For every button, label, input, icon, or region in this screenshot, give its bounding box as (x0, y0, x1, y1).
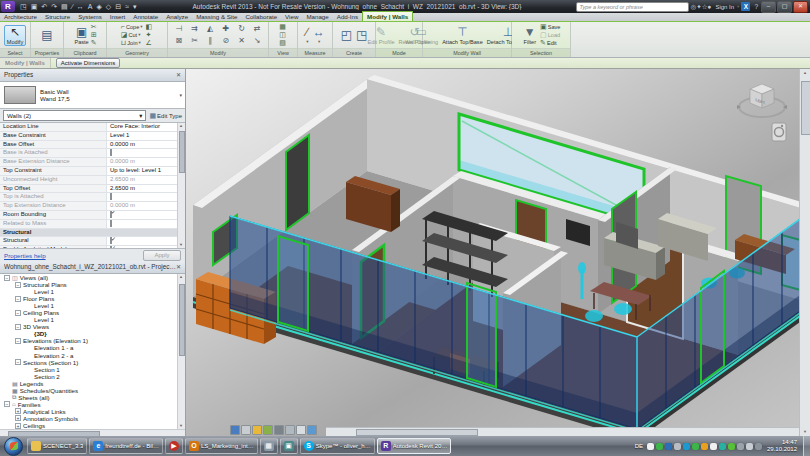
collapse-icon[interactable]: − (15, 359, 21, 365)
split-icon[interactable]: ✂ (187, 35, 203, 47)
mirror-icon[interactable]: ◭ (202, 23, 218, 35)
close-button[interactable]: ✕ (793, 1, 808, 13)
tree-item-ceilings[interactable]: +Ceilings (0, 422, 185, 429)
tree-item-legends[interactable]: ▤Legends (0, 380, 185, 387)
tab-add-ins[interactable]: Add-Ins (333, 12, 362, 21)
revit-app-menu-icon[interactable]: R (1, 1, 15, 12)
activate-dimensions-button[interactable]: Activate Dimensions (56, 58, 120, 68)
tray-icon[interactable] (737, 443, 744, 450)
group-label-modify[interactable]: Modify (168, 48, 268, 57)
show-crop-region-icon[interactable] (296, 425, 306, 435)
rotate-icon[interactable]: ↻ (234, 23, 250, 35)
property-row[interactable]: Base Offset0.0000 m (0, 141, 185, 150)
property-row[interactable]: Unconnected Height2.6500 m (0, 176, 185, 185)
copy-icon[interactable]: ⇄ (249, 23, 265, 35)
tree-item-level-1[interactable]: Level 1 (0, 288, 185, 295)
tab-analyze[interactable]: Analyze (162, 12, 192, 21)
open-icon[interactable]: ◳ (18, 1, 29, 12)
tray-icon[interactable] (701, 443, 708, 450)
group-label-mode[interactable]: Mode (376, 48, 422, 57)
property-row[interactable]: Base ConstraintLevel 1 (0, 132, 185, 141)
start-button[interactable] (4, 437, 23, 456)
tray-icon[interactable] (710, 443, 717, 450)
sun-path-icon[interactable] (263, 425, 273, 435)
tab-massing-site[interactable]: Massing & Site (192, 12, 241, 21)
property-checkbox[interactable] (110, 220, 112, 227)
property-row[interactable]: Related to Mass (0, 220, 185, 229)
taskbar-button-folder[interactable]: SCENECT_3.3 (27, 438, 87, 454)
viewport-v-scrollbar[interactable]: ▲▼ (799, 69, 810, 436)
selection-save-button[interactable]: ▣Save (540, 23, 560, 31)
tree-item-schedules-quantities[interactable]: ▦Schedules/Quantities (0, 387, 185, 394)
tray-icon[interactable] (656, 443, 663, 450)
offset-icon[interactable]: ⇉ (187, 23, 203, 35)
property-checkbox[interactable] (110, 211, 112, 218)
tab-architecture[interactable]: Architecture (0, 12, 41, 21)
tab-systems[interactable]: Systems (74, 12, 106, 21)
aligned-dimension-icon[interactable]: ↔ (75, 1, 86, 12)
property-value[interactable]: 0.0000 m (107, 202, 185, 210)
group-label-selection[interactable]: Selection (512, 48, 570, 57)
taskbar-button-media-player[interactable]: ▶ (165, 438, 183, 454)
paint-icon[interactable]: ◧ (146, 23, 153, 31)
tab-insert[interactable]: Insert (106, 12, 129, 21)
trim-icon[interactable]: ∥ (202, 35, 218, 47)
property-row[interactable]: Base Extension Distance0.0000 m (0, 158, 185, 167)
taskbar-button-outlook[interactable]: OLS_Marketing_int… (185, 438, 258, 454)
collapse-icon[interactable]: − (4, 401, 10, 407)
project-browser-close-icon[interactable]: ✕ (176, 261, 181, 273)
hide-isolate-icon[interactable]: ◫ (279, 31, 286, 39)
shadows-icon[interactable] (274, 425, 284, 435)
tree-item-section-1[interactable]: Section 1 (0, 366, 185, 373)
tree-item-elevations-elevation-1-[interactable]: −Elevations (Elevation 1) (0, 337, 185, 344)
align-icon[interactable]: ⊣ (171, 23, 187, 35)
tray-icon[interactable] (692, 443, 699, 450)
property-row[interactable]: Top ConstraintUp to level: Level 1 (0, 167, 185, 176)
tab-manage[interactable]: Manage (302, 12, 332, 21)
property-value[interactable] (107, 211, 185, 219)
pin-icon[interactable]: ⊘ (218, 35, 234, 47)
property-value[interactable]: Core Face: Interior (107, 123, 185, 131)
tree-item-level-1[interactable]: Level 1 (0, 316, 185, 323)
tree-item-analytical-links[interactable]: +Analytical Links (0, 408, 185, 415)
tray-icon[interactable] (674, 443, 681, 450)
cope-button[interactable]: ⌐Cope▾ (121, 23, 143, 31)
tree-item-3d-views[interactable]: −3D Views (0, 323, 185, 330)
3d-model-view[interactable] (186, 69, 810, 436)
tray-icon[interactable] (647, 443, 654, 450)
tree-item-sheets-all-[interactable]: ⧉Sheets (all) (0, 394, 185, 401)
taskbar-clock[interactable]: 14:47 29.10.2012 (767, 439, 797, 453)
taskbar-button-calculator[interactable]: ▦ (260, 438, 278, 454)
properties-help-link[interactable]: Properties help (0, 252, 143, 259)
edit-profile-button[interactable]: ✎ Edit Profile (365, 26, 396, 45)
tray-icon[interactable] (746, 443, 753, 450)
property-value[interactable] (107, 237, 185, 245)
wall-opening-button[interactable]: ▭ Wall Opening (403, 26, 440, 45)
taskbar-button-internet-explorer[interactable]: efreundtreff.de - Bil… (89, 438, 163, 454)
browser-scrollbar[interactable]: ▲▼ (177, 274, 185, 429)
tree-item-level-1[interactable]: Level 1 (0, 302, 185, 309)
demolish-icon[interactable]: ✦ (146, 31, 152, 39)
tree-item-sections-section-1-[interactable]: −Sections (Section 1) (0, 359, 185, 366)
property-row[interactable]: Top is Attached (0, 193, 185, 202)
detail-level-icon[interactable] (241, 425, 251, 435)
tree-item-views-all-[interactable]: −◫Views (all) (0, 274, 185, 281)
property-row[interactable]: Structural (0, 237, 185, 246)
viewport-h-scrollbar[interactable] (326, 427, 799, 436)
properties-scrollbar[interactable]: ▲▼ (177, 123, 185, 248)
property-value[interactable] (107, 246, 185, 249)
property-checkbox[interactable] (110, 149, 112, 156)
property-value[interactable]: 0.0000 m (107, 141, 185, 149)
type-selector[interactable]: Basic Wall Wand 17,5 ▾ (0, 82, 185, 109)
redo-icon[interactable]: ↷ (49, 1, 59, 12)
properties-close-icon[interactable]: ✕ (176, 69, 181, 81)
tray-icon[interactable] (719, 443, 726, 450)
tab-modify-walls[interactable]: Modify | Walls (362, 11, 413, 21)
user-icon[interactable]: ● (707, 3, 711, 10)
group-label-properties[interactable]: Properties (31, 48, 63, 57)
tree-item-elevation-1-a[interactable]: Elevation 1 - a (0, 344, 185, 351)
filter-button[interactable]: ▼ Filter (522, 26, 538, 45)
collapse-icon[interactable]: − (4, 275, 10, 281)
property-value[interactable]: Up to level: Level 1 (107, 167, 185, 175)
join-button[interactable]: ⊔Join▾ (121, 39, 143, 47)
